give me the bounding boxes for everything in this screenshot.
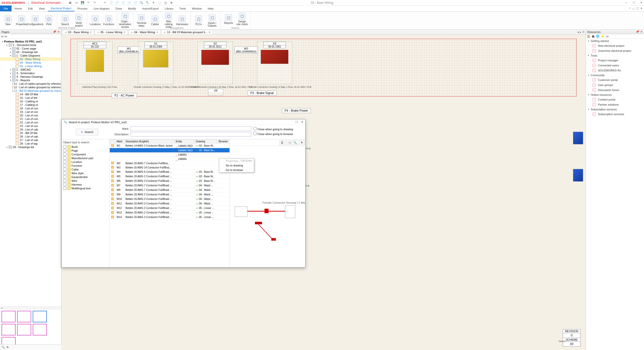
- tree-item[interactable]: 25 - Bill Of Ma: [0, 131, 61, 135]
- ribbon-collapse-icon[interactable]: ^: [629, 7, 630, 10]
- ribbon-button[interactable]: ▢Wire cabling order: [163, 12, 175, 28]
- page-thumbnail[interactable]: [2, 324, 16, 335]
- res-icon[interactable]: ▦: [592, 35, 594, 38]
- page-thumbnail[interactable]: [17, 324, 31, 335]
- resource-link[interactable]: SOLIDWORKS Rx: [586, 68, 644, 73]
- qat-icon[interactable]: ⬚: [158, 1, 162, 5]
- object-type-item[interactable]: Book: [63, 145, 108, 149]
- tree-item[interactable]: 12 - List of cables grouped by reference: [0, 85, 61, 89]
- qat-icon[interactable]: 🔧: [145, 1, 149, 5]
- component-x3[interactable]: X3 39-01-1981: [257, 41, 292, 84]
- column-header[interactable]: Drawing: [194, 140, 217, 144]
- tab-scroll-left-icon[interactable]: ◂: [577, 30, 579, 34]
- file-menu[interactable]: File: [0, 6, 12, 11]
- page-thumbnail[interactable]: [17, 311, 31, 322]
- result-row[interactable]: W14Belden 20 AWG 3 Conductor Foil/Braid …: [110, 215, 230, 220]
- result-row[interactable]: W6Belden 20 AWG 3 Conductor Foil/Braid .…: [110, 179, 230, 183]
- result-row[interactable]: ⎯ 14AWG: [110, 153, 230, 157]
- status-icon[interactable]: 🔍: [2, 346, 5, 349]
- column-header[interactable]: Mark: [115, 140, 124, 144]
- menu-tab[interactable]: Electrical Project: [48, 6, 74, 11]
- context-menu-item[interactable]: Go to browser: [219, 168, 254, 172]
- qat-icon[interactable]: 🔍: [139, 1, 143, 5]
- page-thumbnail[interactable]: [33, 311, 47, 322]
- tree-item[interactable]: 11 - List of cables grouped by reference: [0, 82, 61, 85]
- tree-item[interactable]: 21 - List of con: [0, 117, 61, 121]
- tab-scroll-right-icon[interactable]: ▸: [580, 30, 581, 34]
- preview-list-icon[interactable]: ☰: [279, 140, 285, 145]
- result-row[interactable]: W3Belden 20 AWG 14 Conductor Foil/Brai..…: [110, 165, 230, 170]
- pin-icon[interactable]: 📌: [53, 30, 56, 33]
- resource-link[interactable]: Unarchive electrical project: [586, 48, 644, 53]
- dialog-maximize-icon[interactable]: ☐: [295, 120, 298, 124]
- result-row[interactable]: W5Belden 20 AWG 2 Conductor Foil/Braid .…: [110, 174, 230, 179]
- ribbon-button[interactable]: ▢Reports: [222, 12, 235, 26]
- result-row[interactable]: W9Belden 20 AWG 2 Conductor Foil/Braid .…: [110, 192, 230, 197]
- resource-link[interactable]: Connected users: [586, 63, 644, 68]
- result-row[interactable]: W1Belden 14 AWG 3 Conductor Black Jacket…: [110, 144, 230, 148]
- menu-tab[interactable]: View: [36, 6, 48, 11]
- tree-item[interactable]: ▸29 - Drawings list: [0, 145, 61, 149]
- result-row[interactable]: W12Belden 20 AWG 3 Conductor Foil/Braid …: [110, 206, 230, 210]
- tree-item[interactable]: ▸01 - Cover page: [0, 47, 61, 50]
- tree-item[interactable]: ▸4 - Harness Drawings: [0, 75, 61, 78]
- tab-close-icon[interactable]: ✕: [208, 31, 211, 34]
- menu-tab[interactable]: Process: [74, 6, 91, 11]
- tree-item[interactable]: ▸3 - Schematics: [0, 71, 61, 75]
- tree-item[interactable]: ▸02 - Drawings list: [0, 50, 61, 54]
- qat-icon[interactable]: 📄: [133, 1, 137, 5]
- result-row[interactable]: ⎯ 14AWG: [110, 157, 230, 161]
- ribbon-button[interactable]: ▢Terminal strips: [135, 12, 147, 28]
- resource-link[interactable]: Customer portal: [586, 77, 644, 82]
- minimize-icon[interactable]: —: [625, 1, 628, 4]
- ribbon-button[interactable]: ▢Inputs / Outputs: [206, 12, 218, 28]
- result-row[interactable]: W4Belden 20 AWG 6 Conductor Foil/Braid .…: [110, 170, 230, 174]
- panel-close-icon[interactable]: ✕: [57, 30, 60, 33]
- mark-input[interactable]: [131, 126, 251, 131]
- ribbon-button[interactable]: ▢Print: [43, 12, 55, 28]
- star-icon[interactable]: ⭐: [601, 35, 604, 38]
- close-browser-checkbox[interactable]: Close when going to browser: [253, 132, 304, 136]
- ribbon-button[interactable]: ▢New: [2, 12, 14, 28]
- ribbon-button[interactable]: ▢Origin - destination arrows: [119, 12, 131, 28]
- tree-item[interactable]: 05 - Linear Wiring: [0, 64, 61, 68]
- ribbon-restore-icon[interactable]: ☐: [636, 7, 639, 10]
- resource-section-header[interactable]: Getting started: [586, 39, 644, 43]
- tree-item[interactable]: 18 - List of con: [0, 107, 61, 110]
- result-row[interactable]: W11Belden 20 AWG 3 Conductor Foil/Braid …: [110, 201, 230, 206]
- qat-icon[interactable]: ◧: [68, 1, 72, 5]
- preview-goto-icon[interactable]: →|: [286, 140, 291, 145]
- result-row[interactable]: W10Belden 20 AWG 3 Conductor Foil/Braid …: [110, 197, 230, 201]
- ribbon-button[interactable]: ▢Design rule check: [236, 12, 248, 26]
- context-menu-item[interactable]: Go to drawing: [219, 163, 254, 168]
- resource-section-header[interactable]: Tools: [586, 53, 644, 58]
- object-type-item[interactable]: Wire style: [63, 171, 108, 175]
- result-row[interactable]: ⎯ 14AWG RED▭ 10 - Base Sc...: [110, 148, 230, 153]
- tree-item[interactable]: 27 - List of cab: [0, 138, 61, 142]
- document-tab[interactable]: ▭03 - Base Wiring✕: [62, 30, 94, 34]
- document-tab[interactable]: ▭04 - Waist Wiring✕: [128, 30, 161, 34]
- resource-link[interactable]: Partner solutions: [586, 102, 644, 107]
- qat-icon[interactable]: 📄: [121, 1, 125, 5]
- tree-item[interactable]: ▾5 - Reports: [0, 78, 61, 82]
- result-row[interactable]: W13Belden 20 AWG 2 Conductor Foil/Braid …: [110, 210, 230, 215]
- component-x2[interactable]: X2 39-01-3011: [198, 41, 233, 84]
- tree-tool-icon[interactable]: ▭: [5, 35, 7, 38]
- pin-icon[interactable]: 📌: [636, 30, 639, 33]
- tree-item[interactable]: 14 - Bill Of Mat: [0, 93, 61, 96]
- home-icon[interactable]: 🏠: [587, 35, 590, 38]
- column-header[interactable]: Entity: [174, 140, 194, 144]
- description-input[interactable]: [131, 132, 251, 137]
- tree-item[interactable]: 16 - Cabling re: [0, 100, 61, 103]
- close-icon[interactable]: ✕: [640, 1, 642, 4]
- resource-link[interactable]: Project manager: [586, 58, 644, 63]
- qat-icon[interactable]: 📄: [109, 1, 113, 5]
- qat-icon[interactable]: ⊕: [170, 1, 174, 5]
- ribbon-button[interactable]: ▢Locations: [89, 12, 101, 28]
- tree-tool-icon[interactable]: ▭: [1, 35, 4, 38]
- menu-tab[interactable]: Draw: [112, 6, 125, 11]
- object-type-item[interactable]: Harness: [63, 183, 108, 186]
- column-header[interactable]: Browser: [217, 140, 230, 144]
- object-type-item[interactable]: Multilingual text: [63, 186, 108, 190]
- object-type-item[interactable]: Equipotential: [63, 175, 108, 179]
